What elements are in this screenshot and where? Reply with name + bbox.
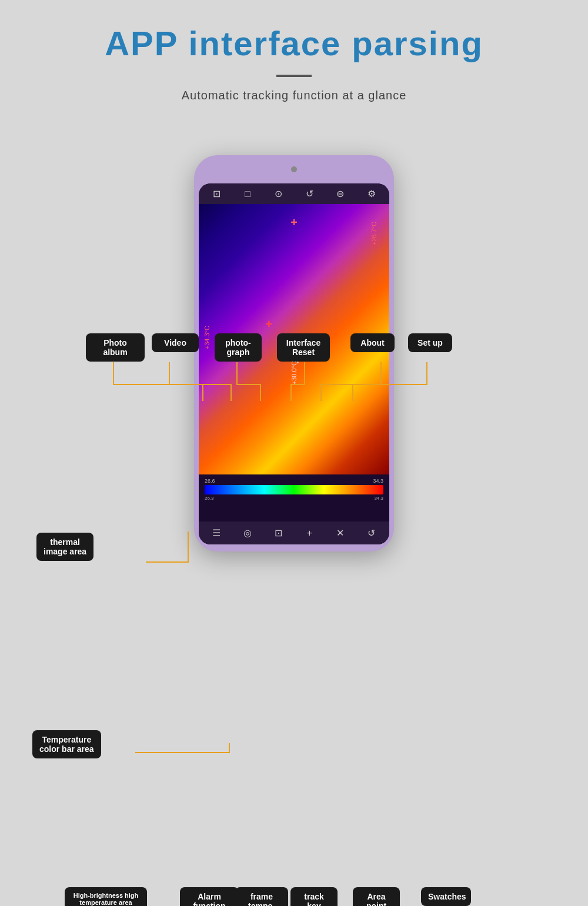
label-thermal-image: thermalimage area: [36, 533, 93, 561]
label-track-key: trackkey: [290, 887, 338, 906]
colorbar-min-label: 26.6: [205, 478, 215, 484]
label-high-brightness: High-brightness hightemperature area: [65, 887, 147, 906]
toolbar-icon-6[interactable]: ⚙: [363, 188, 380, 199]
label-video: Video: [152, 333, 199, 352]
toolbar-icon-3[interactable]: ⊙: [270, 188, 287, 199]
temp-center: +30.0°C: [290, 361, 298, 385]
toolbar-icon-4[interactable]: ↺: [301, 188, 318, 199]
bottom-toolbar: ☰ ◎ ⊡ + ✕ ↺: [199, 521, 389, 544]
subtitle: Automatic tracking function at a glance: [0, 89, 588, 102]
bottom-icon-3[interactable]: ⊡: [270, 527, 288, 539]
toolbar-icon-5[interactable]: ⊖: [332, 188, 349, 199]
crosshair-top: +: [290, 216, 298, 229]
label-photograph: photo-graph: [215, 333, 262, 362]
colorbar-gradient: [205, 485, 383, 494]
label-interface-reset: InterfaceReset: [277, 333, 330, 362]
label-photo-album: Photo album: [86, 333, 145, 362]
label-area-point: Areapoint: [353, 887, 400, 906]
label-alarm-function: Alarmfunction: [180, 887, 239, 906]
bottom-icon-4[interactable]: +: [300, 528, 318, 539]
label-temp-color-bar: Temperaturecolor bar area: [32, 730, 101, 758]
label-swatches: Swatches: [421, 887, 471, 906]
label-about: About: [350, 333, 395, 352]
label-frame-temp: frametempe-rature: [235, 887, 288, 906]
colorbar-area: 26.6 34.3 26.3 34.3: [199, 474, 389, 521]
temp-mid-left: +34.3°C: [203, 326, 211, 349]
page-title: APP interface parsing: [0, 0, 588, 69]
crosshair-mid: +: [265, 317, 272, 331]
label-setup: Set up: [408, 333, 452, 352]
title-divider: [276, 75, 312, 77]
colorbar-max-label: 34.3: [373, 478, 383, 484]
phone-screen: ⊡ □ ⊙ ↺ ⊖ ⚙ + +26.7°C + +34.3°C + +30.0°…: [199, 183, 389, 544]
toolbar-icon-1[interactable]: ⊡: [208, 188, 225, 199]
bottom-icon-6[interactable]: ↺: [363, 527, 380, 539]
colorbar-tick-left: 26.3: [205, 496, 214, 501]
bottom-icon-1[interactable]: ☰: [208, 527, 225, 539]
toolbar-icon-2[interactable]: □: [239, 189, 256, 199]
bottom-icon-5[interactable]: ✕: [332, 527, 349, 539]
bottom-icon-2[interactable]: ◎: [239, 527, 256, 539]
colorbar-tick-right: 34.3: [374, 496, 383, 501]
temp-top: +26.7°C: [370, 222, 377, 245]
top-toolbar: ⊡ □ ⊙ ↺ ⊖ ⚙: [199, 183, 389, 204]
camera-dot: [291, 166, 297, 172]
